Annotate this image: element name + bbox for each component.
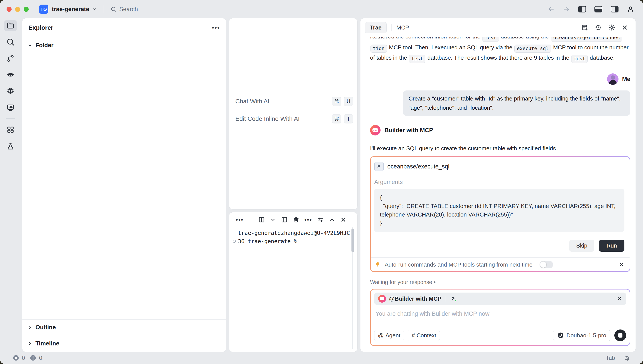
agent-button[interactable]: @ Agent — [374, 330, 404, 341]
navigate-back-icon[interactable] — [548, 6, 555, 13]
tab-mode-indicator[interactable]: Tab — [606, 354, 615, 362]
apps-grid-icon — [6, 126, 15, 134]
titlebar: TG trae-generate Search — [0, 0, 643, 18]
terminal-scrollbar-thumb[interactable] — [352, 228, 354, 252]
sidebar-item-source-control[interactable] — [4, 53, 17, 64]
active-agent-name[interactable]: @Builder with MCP — [389, 296, 441, 302]
inline-code-chip: test — [409, 55, 425, 63]
shortcut-edit-inline-ai: Edit Code Inline With AI ⌘ I — [229, 113, 357, 125]
gear-icon[interactable] — [608, 24, 615, 31]
sidebar-item-explorer[interactable] — [4, 20, 17, 31]
user-message-bubble: Create a "customer" table with "Id" as t… — [403, 90, 630, 116]
agent-avatar — [378, 295, 386, 302]
terminal-line: trae-generatezhangdawei@U-4V2L9HJC-22 — [238, 229, 350, 237]
zoom-window-button[interactable] — [24, 7, 29, 12]
sidebar-item-search[interactable] — [4, 36, 17, 48]
navigate-forward-icon[interactable] — [563, 6, 570, 13]
chat-input-placeholder[interactable]: You are chatting with Builder with MCP n… — [376, 310, 625, 317]
shortcut-label: Edit Code Inline With AI — [235, 115, 300, 122]
close-panel-icon[interactable] — [340, 217, 347, 223]
close-icon[interactable] — [621, 24, 628, 31]
keycap-u: U — [344, 97, 353, 106]
mcp-tool-call-card: oceanbase/execute_sql Arguments { "query… — [370, 156, 630, 272]
inline-code-chip: oceanbase/get_db_connec — [551, 37, 622, 42]
model-selector[interactable]: Doubao-1.5-pro — [553, 330, 610, 341]
chat-input-card[interactable]: @Builder with MCP You are chatting with … — [370, 289, 630, 346]
project-name[interactable]: trae-generate — [52, 6, 89, 13]
mcp-tools-icon[interactable] — [450, 296, 456, 302]
terminal-settings-icon[interactable] — [317, 216, 324, 223]
clipped-message-line: Retrieved the connection information for… — [370, 37, 630, 42]
sidebar-item-preview[interactable] — [4, 69, 17, 80]
skip-button[interactable]: Skip — [569, 240, 594, 252]
outline-section-header[interactable]: Outline — [22, 320, 226, 335]
terminal-prompt-line: 36 trae-generate % — [238, 237, 350, 246]
tab-trae[interactable]: Trae — [365, 22, 387, 33]
terminal-dropdown-chevron-icon[interactable] — [270, 217, 276, 223]
app-window: TG trae-generate Search — [0, 0, 643, 364]
activity-bar — [0, 18, 21, 352]
chevron-right-icon — [28, 341, 32, 346]
chat-thread[interactable]: Retrieved the connection information for… — [361, 37, 635, 346]
tab-divider — [392, 24, 392, 31]
activity-bar-divider — [6, 118, 15, 119]
panel-layout-icon[interactable] — [281, 216, 288, 223]
remove-agent-icon[interactable] — [616, 296, 622, 302]
timeline-section-header[interactable]: Timeline — [22, 335, 226, 352]
toggle-right-sidebar-icon[interactable] — [611, 6, 618, 12]
sidebar-item-terminal[interactable] — [4, 102, 17, 113]
doubao-logo-icon — [557, 332, 564, 339]
outline-section-label: Outline — [36, 324, 56, 331]
history-icon[interactable] — [594, 24, 602, 31]
keycap-cmd: ⌘ — [332, 97, 341, 106]
autorun-banner: Auto-run commands and MCP tools starting… — [371, 258, 630, 271]
search-icon — [6, 38, 15, 46]
autorun-toggle[interactable] — [540, 261, 553, 268]
sidebar-item-lab[interactable] — [4, 141, 17, 152]
toggle-bottom-panel-icon[interactable] — [594, 6, 602, 12]
active-agent-chipbar: @Builder with MCP — [374, 292, 626, 305]
dismiss-autorun-icon[interactable] — [619, 262, 624, 268]
inline-code-chip: tion — [371, 44, 387, 53]
search-bar[interactable]: Search — [110, 6, 138, 13]
inline-code-chip: test — [571, 55, 588, 63]
more-actions-icon[interactable]: ••• — [212, 24, 220, 32]
toggle-left-sidebar-icon[interactable] — [578, 6, 586, 12]
minimize-window-button[interactable] — [15, 7, 20, 12]
sidebar-item-extensions[interactable] — [4, 124, 17, 135]
terminal-output[interactable]: trae-generatezhangdawei@U-4V2L9HJC-22 36… — [229, 226, 357, 246]
ai-chat-panel: Trae MCP Retrieved the connecti — [361, 18, 635, 352]
status-text: Waiting for your response • — [370, 279, 630, 285]
maximize-panel-icon[interactable] — [329, 217, 335, 223]
project-badge: TG — [39, 4, 48, 14]
delete-terminal-icon[interactable] — [293, 216, 299, 223]
arguments-code-block: { "query": "CREATE TABLE customer (Id IN… — [374, 189, 624, 232]
sidebar-item-debug[interactable] — [4, 86, 17, 96]
keycap-i: I — [344, 114, 353, 124]
user-identity-row: Me — [370, 74, 630, 85]
lightbulb-icon — [375, 262, 381, 268]
split-terminal-icon[interactable] — [258, 216, 265, 223]
more-actions-icon[interactable]: ••• — [236, 216, 243, 223]
prompt-marker-icon — [233, 240, 236, 243]
more-icon[interactable]: ••• — [304, 216, 312, 223]
run-button[interactable]: Run — [599, 240, 624, 252]
close-window-button[interactable] — [7, 7, 12, 12]
inline-code-chip: execute_sql — [514, 44, 551, 53]
hash-icon: # — [412, 332, 415, 339]
autorun-label: Auto-run commands and MCP tools starting… — [385, 261, 533, 268]
chevron-down-icon[interactable] — [92, 6, 97, 12]
account-icon[interactable] — [627, 6, 634, 13]
errors-icon[interactable] — [13, 354, 19, 361]
stop-generation-button[interactable] — [614, 330, 626, 341]
folder-section-header[interactable]: Folder — [22, 42, 226, 49]
new-chat-icon[interactable] — [581, 24, 588, 31]
notifications-muted-icon[interactable] — [624, 354, 631, 362]
tab-mcp[interactable]: MCP — [397, 24, 409, 31]
timeline-section-label: Timeline — [36, 340, 59, 347]
titlebar-divider — [104, 6, 104, 13]
arguments-label: Arguments — [374, 179, 624, 186]
chevron-down-icon — [28, 43, 32, 48]
warnings-icon[interactable] — [30, 354, 36, 361]
context-button[interactable]: # Context — [408, 330, 440, 341]
